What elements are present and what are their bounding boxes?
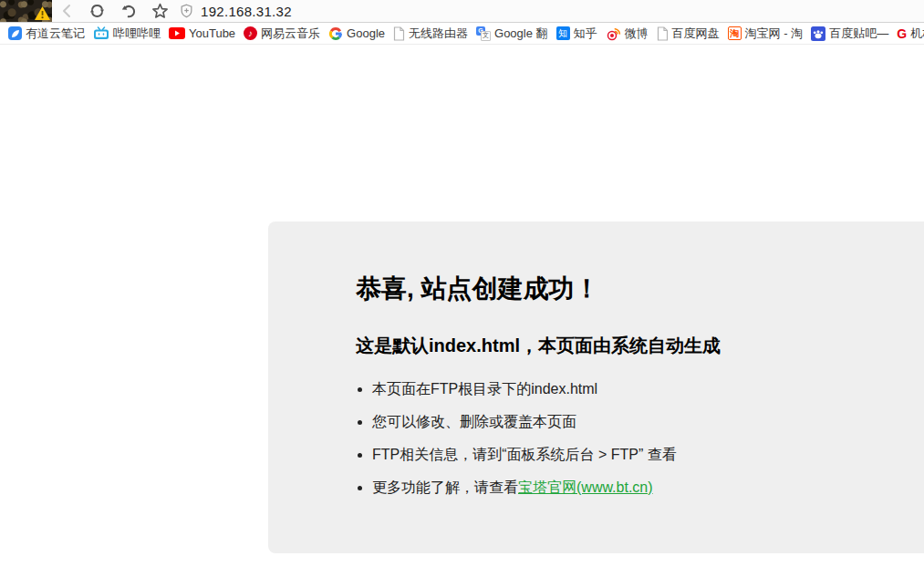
page-icon <box>393 26 405 41</box>
list-item-text: 更多功能了解，请查看 <box>372 479 518 495</box>
browser-window: 192.168.31.32 有道云笔记 哔哩哔哩 <box>0 0 924 577</box>
bookmark-google[interactable]: Google <box>328 26 385 41</box>
undo-icon[interactable] <box>120 3 137 19</box>
google-icon <box>328 26 343 41</box>
bookmark-label: 百度网盘 <box>672 26 720 42</box>
back-icon[interactable] <box>59 3 74 19</box>
page-icon <box>657 26 669 41</box>
list-item-text: 您可以修改、删除或覆盖本页面 <box>372 414 576 429</box>
bookmark-taobao[interactable]: 淘宝网 - 淘 <box>728 26 804 42</box>
bookmark-baidu-pan[interactable]: 百度网盘 <box>657 26 720 42</box>
url-text[interactable]: 192.168.31.32 <box>201 4 292 19</box>
bookmark-youdao[interactable]: 有道云笔记 <box>8 26 85 42</box>
youtube-icon <box>169 27 185 39</box>
browser-toolbar: 192.168.31.32 <box>0 0 924 23</box>
tab-thumbnail[interactable] <box>0 0 52 22</box>
bookmark-label: 知乎 <box>574 26 597 42</box>
bookmark-netease-music[interactable]: 网易云音乐 <box>244 26 320 42</box>
google-translate-icon: G文 <box>476 26 491 41</box>
list-item-text: 本页面在FTP根目录下的index.html <box>372 381 597 397</box>
page-title: 恭喜, 站点创建成功！ <box>356 273 924 304</box>
list-item: 您可以修改、删除或覆盖本页面 <box>372 413 924 431</box>
bookmark-label: 百度贴吧— <box>829 26 888 42</box>
bilibili-icon <box>93 26 109 40</box>
page-subtitle: 这是默认index.html，本页面由系统自动生成 <box>356 335 924 356</box>
list-item: 更多功能了解，请查看宝塔官网(www.bt.cn) <box>372 479 924 497</box>
netease-music-icon <box>244 26 257 40</box>
bookmark-label: 有道云笔记 <box>26 26 85 42</box>
bookmark-label: 机核网 <box>910 26 924 42</box>
bookmark-gcores[interactable]: 机核网 <box>897 26 924 42</box>
bt-official-site-link[interactable]: 宝塔官网(www.bt.cn) <box>518 479 653 495</box>
bookmark-label: YouTube <box>189 26 235 40</box>
tieba-icon <box>811 26 825 41</box>
bookmark-label: Google <box>347 26 385 40</box>
bookmark-bilibili[interactable]: 哔哩哔哩 <box>93 26 161 42</box>
bookmark-label: 无线路由器 <box>409 26 468 42</box>
list-item-text: FTP相关信息，请到“面板系统后台 > FTP” 查看 <box>372 447 677 462</box>
refresh-icon[interactable] <box>88 3 106 19</box>
security-shield-icon[interactable] <box>180 4 193 18</box>
bookmark-tieba[interactable]: 百度贴吧— <box>811 26 888 42</box>
bookmark-label: 淘宝网 - 淘 <box>745 26 804 42</box>
bookmarks-bar: 有道云笔记 哔哩哔哩 YouTube <box>0 23 924 45</box>
gcores-icon <box>897 27 907 40</box>
youdao-icon <box>8 26 22 40</box>
bookmark-label: Google 翻 <box>494 26 548 42</box>
bookmark-zhihu[interactable]: 知乎 <box>556 26 597 42</box>
list-item: 本页面在FTP根目录下的index.html <box>372 380 924 398</box>
bookmark-router[interactable]: 无线路由器 <box>393 26 468 42</box>
bookmark-weibo[interactable]: 微博 <box>606 26 649 42</box>
weibo-icon <box>606 26 621 41</box>
bookmark-google-translate[interactable]: G文 Google 翻 <box>476 26 548 42</box>
bookmark-youtube[interactable]: YouTube <box>169 26 235 40</box>
bookmark-label: 微博 <box>625 26 649 42</box>
address-bar[interactable]: 192.168.31.32 <box>180 4 292 19</box>
info-list: 本页面在FTP根目录下的index.html 您可以修改、删除或覆盖本页面 FT… <box>356 380 924 497</box>
bookmark-label: 哔哩哔哩 <box>113 26 161 42</box>
bookmark-star-icon[interactable] <box>151 3 169 19</box>
taobao-icon <box>728 26 742 40</box>
site-created-panel: 恭喜, 站点创建成功！ 这是默认index.html，本页面由系统自动生成 本页… <box>268 222 924 553</box>
zhihu-icon <box>556 26 570 40</box>
warning-triangle-icon <box>34 5 51 21</box>
list-item: FTP相关信息，请到“面板系统后台 > FTP” 查看 <box>372 446 924 464</box>
bookmark-label: 网易云音乐 <box>261 26 320 42</box>
